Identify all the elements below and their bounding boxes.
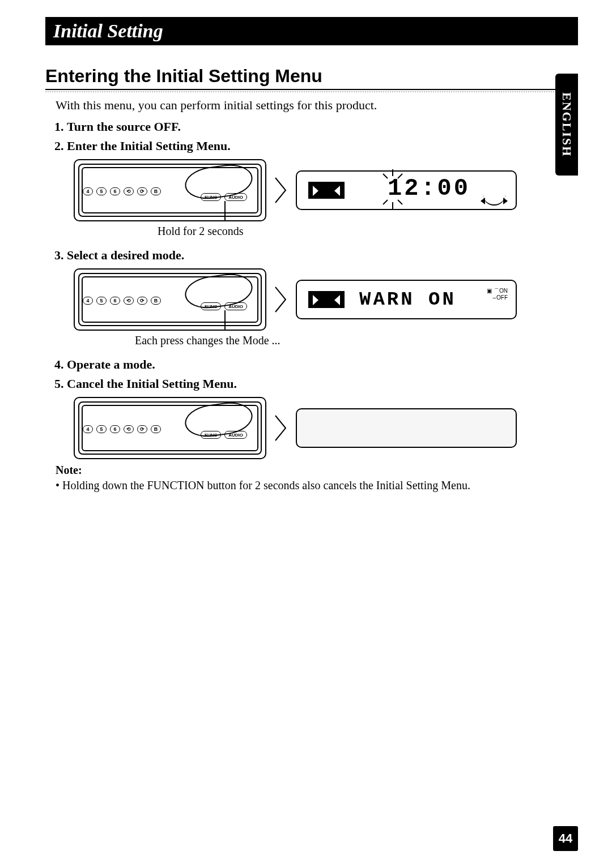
preset-6: 6: [110, 297, 120, 305]
preset-buttons: 4 5 6 ⟲ ⟳ B: [83, 187, 161, 195]
preset-buttons: 4 5 6 ⟲ ⟳ B: [83, 425, 161, 433]
cassette-icon: [308, 182, 345, 199]
figure-caption: Each press changes the Mode ...: [135, 334, 578, 347]
func-button: FUNC: [201, 431, 221, 439]
step-label: Cancel the Initial Setting Menu.: [67, 377, 237, 391]
device-diagram: 4 5 6 ⟲ ⟳ B FUNC AUDIO: [74, 159, 266, 221]
svg-line-1: [383, 174, 388, 178]
preset-4: 4: [83, 425, 93, 433]
device-diagram: 4 5 6 ⟲ ⟳ B FUNC AUDIO: [74, 268, 266, 331]
device-diagram: 4 5 6 ⟲ ⟳ B FUNC AUDIO: [74, 397, 266, 459]
preset-buttons: 4 5 6 ⟲ ⟳ B: [83, 297, 161, 305]
audio-button: AUDIO: [224, 302, 247, 310]
steps-list: Turn the source OFF. Enter the Initial S…: [67, 119, 578, 459]
section-heading: Entering the Initial Setting Menu: [45, 66, 578, 90]
preset-4: 4: [83, 297, 93, 305]
arrow-left-icon: ⟲: [124, 187, 134, 195]
arrow-right-icon: [274, 177, 288, 204]
page-number: 44: [553, 826, 578, 851]
language-tab: ENGLISH: [555, 74, 578, 176]
note-heading: Note:: [56, 464, 578, 477]
arrow-right-icon: ⟳: [137, 425, 147, 433]
preset-4: 4: [83, 187, 93, 195]
step-5: Cancel the Initial Setting Menu. 4 5 6 ⟲…: [67, 377, 578, 459]
func-button: FUNC: [201, 193, 221, 201]
arrow-right-icon: [274, 286, 288, 313]
display-indicators: ▣ ⌒ON ⌣OFF: [487, 288, 508, 301]
preset-5: 5: [96, 187, 107, 195]
step-1: Turn the source OFF.: [67, 119, 578, 134]
step-3: Select a desired mode. 4 5 6 ⟲ ⟳ B FUNC: [67, 248, 578, 347]
b-button: B: [151, 297, 161, 305]
indicator-on: ON: [499, 288, 508, 294]
arrow-left-icon: ⟲: [124, 425, 134, 433]
figure-row: 4 5 6 ⟲ ⟳ B FUNC AUDIO: [74, 268, 578, 331]
figure-row: 4 5 6 ⟲ ⟳ B FUNC AUDIO: [74, 397, 578, 459]
preset-6: 6: [110, 187, 120, 195]
preset-5: 5: [96, 425, 107, 433]
indicator-off: OFF: [496, 294, 508, 301]
page-title-bar: Initial Setting: [45, 17, 578, 45]
mode-cycle-icon: [483, 193, 505, 206]
figure-caption: Hold for 2 seconds: [158, 225, 578, 238]
b-button: B: [151, 425, 161, 433]
svg-line-3: [383, 200, 388, 204]
arrow-right-icon: ⟳: [137, 187, 147, 195]
step-label: Operate a mode.: [67, 357, 155, 371]
preset-5: 5: [96, 297, 107, 305]
step-label: Turn the source OFF.: [67, 119, 181, 134]
callout-line-icon: [224, 201, 226, 221]
audio-button: AUDIO: [224, 431, 247, 439]
arrow-right-icon: [274, 414, 288, 442]
page-title: Initial Setting: [53, 20, 163, 41]
step-2: Enter the Initial Setting Menu. 4 5 6 ⟲ …: [67, 139, 578, 238]
arrow-left-icon: ⟲: [124, 297, 134, 305]
language-label: ENGLISH: [559, 92, 574, 157]
preset-6: 6: [110, 425, 120, 433]
display-panel: WARN ON ▣ ⌒ON ⌣OFF: [296, 280, 517, 319]
arrow-right-icon: ⟳: [137, 297, 147, 305]
display-main-text: 12:00: [388, 175, 470, 202]
step-4: Operate a mode.: [67, 357, 578, 372]
note-body: • Holding down the FUNCTION button for 2…: [62, 479, 578, 492]
step-label: Select a desired mode.: [67, 248, 184, 262]
figure-row: 4 5 6 ⟲ ⟳ B FUNC AUDIO: [74, 159, 578, 221]
callout-line-icon: [224, 310, 226, 331]
cassette-icon: [308, 291, 345, 308]
step-label: Enter the Initial Setting Menu.: [67, 139, 231, 153]
display-panel: 12:00: [296, 170, 517, 210]
audio-button: AUDIO: [224, 193, 247, 201]
b-button: B: [151, 187, 161, 195]
display-panel-blank: [296, 408, 517, 448]
display-main-text: WARN ON: [359, 289, 456, 310]
func-button: FUNC: [201, 302, 221, 310]
section-intro: With this menu, you can perform initial …: [56, 98, 578, 113]
